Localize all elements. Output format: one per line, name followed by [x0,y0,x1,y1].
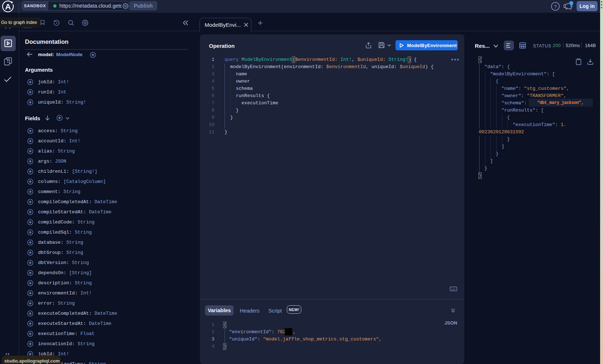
svg-text:A: A [5,2,11,11]
svg-text:?: ? [554,4,557,9]
